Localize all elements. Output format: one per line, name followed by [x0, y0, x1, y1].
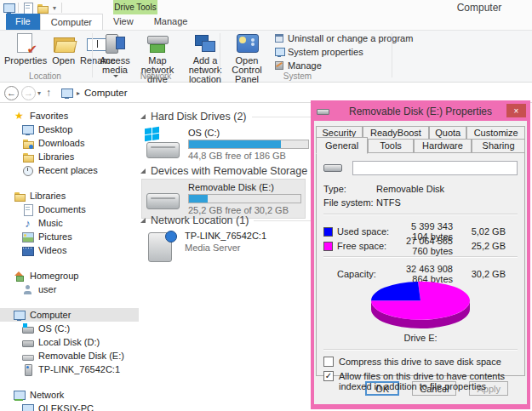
- uninstall-icon: [274, 33, 284, 43]
- location-group-label: Location: [0, 71, 90, 82]
- sidebar-section-network[interactable]: Network: [0, 388, 139, 402]
- sidebar-item-desktop[interactable]: Desktop: [0, 123, 139, 136]
- music-note-icon: ♪: [22, 218, 33, 229]
- sidebar-item-pictures[interactable]: Pictures: [0, 230, 139, 243]
- open-folder-icon: [53, 33, 75, 54]
- computer-icon: [14, 310, 25, 321]
- sidebar-section-homegroup[interactable]: Homegroup: [0, 269, 139, 283]
- back-button[interactable]: ←: [4, 86, 19, 100]
- computer-icon: [3, 3, 14, 14]
- tab-sharing[interactable]: Sharing: [472, 139, 525, 153]
- group-collapse-icon[interactable]: [140, 114, 146, 119]
- sidebar-item-tp-link[interactable]: TP-LINK_76542C:1: [0, 362, 139, 376]
- divider: [61, 3, 62, 13]
- tab-view[interactable]: View: [103, 14, 144, 30]
- used-space-label: Used space:: [337, 226, 398, 237]
- group-collapse-icon[interactable]: [140, 218, 146, 223]
- dialog-title: Removable Disk (E:) Properties: [314, 106, 527, 117]
- dialog-body: Security ReadyBoost Quota Customize Gene…: [314, 121, 527, 402]
- group-divider: [220, 33, 220, 77]
- properties-icon: ✔: [14, 33, 37, 54]
- sidebar-section-computer[interactable]: Computer: [0, 308, 139, 322]
- sidebar-item-removable-disk-e[interactable]: Removable Disk (E:): [0, 349, 139, 362]
- star-icon: ★: [14, 111, 25, 122]
- device-name: TP-LINK_76542C:1: [185, 231, 306, 241]
- control-panel-icon: [236, 33, 258, 54]
- add-network-location-icon: [194, 33, 216, 54]
- sidebar-item-user[interactable]: user: [0, 283, 139, 296]
- sidebar-item-oleksiy-pc[interactable]: OLEKSIY-PC: [0, 402, 139, 411]
- sidebar-section-favorites[interactable]: ★ Favorites: [0, 109, 139, 123]
- free-space-bytes: 27 064 565 760 bytes: [398, 236, 453, 256]
- sidebar-item-libraries[interactable]: Libraries: [0, 150, 139, 163]
- free-space-text: 44,8 GB free of 186 GB: [188, 151, 309, 161]
- device-type: Media Server: [185, 243, 306, 253]
- close-button[interactable]: ×: [506, 104, 526, 117]
- drive-icon: [323, 164, 342, 172]
- drive-item-removable-e[interactable]: Removable Disk (E:) 25,2 GB free of 30,2…: [141, 179, 306, 219]
- checkbox-checked[interactable]: ✓: [323, 371, 334, 381]
- sidebar-item-local-disk-d[interactable]: Local Disk (D:): [0, 335, 139, 349]
- free-space-label: Free space:: [337, 241, 398, 251]
- drive-tools-contextual-header: Drive Tools: [113, 0, 157, 14]
- sidebar-section-libraries[interactable]: Libraries: [0, 189, 139, 203]
- tab-hardware[interactable]: Hardware: [414, 139, 472, 153]
- system-properties-icon: [274, 47, 284, 57]
- tab-file[interactable]: File: [6, 14, 40, 30]
- sidebar-item-downloads[interactable]: Downloads: [0, 136, 139, 150]
- network-item-tp-link[interactable]: TP-LINK_76542C:1 Media Server: [142, 228, 308, 265]
- sidebar-item-os-c[interactable]: OS (C:): [0, 322, 139, 335]
- check-glyph-icon: ✔: [26, 43, 37, 55]
- tab-tools[interactable]: Tools: [368, 139, 414, 153]
- sidebar-item-recent-places[interactable]: Recent places: [0, 163, 139, 177]
- group-collapse-icon[interactable]: [140, 168, 146, 174]
- dialog-title-bar[interactable]: Removable Disk (E:) Properties ×: [314, 104, 527, 121]
- folder-qat-icon[interactable]: [37, 3, 48, 14]
- access-media-icon: [104, 33, 126, 54]
- compress-checkbox-row[interactable]: Compress this drive to save disk space: [323, 357, 518, 367]
- pie-svg: [364, 280, 477, 329]
- volume-label-input[interactable]: [352, 161, 518, 175]
- sidebar-item-documents[interactable]: Documents: [0, 203, 139, 216]
- tab-computer[interactable]: Computer: [40, 14, 103, 30]
- capacity-size: 30,2 GB: [453, 269, 506, 279]
- qat-customize-caret-icon[interactable]: ▾: [53, 4, 56, 12]
- up-button[interactable]: ↑: [46, 87, 51, 99]
- breadcrumb[interactable]: ▸ Computer: [61, 88, 128, 99]
- ribbon-tab-row: File Computer View Manage: [0, 14, 532, 31]
- media-server-icon: [145, 231, 179, 263]
- manage-icon: [274, 60, 284, 71]
- properties-button[interactable]: ✔ Properties: [2, 32, 49, 66]
- properties-qat-icon[interactable]: [22, 3, 33, 14]
- usage-pie-chart: Drive E:: [322, 280, 519, 343]
- general-tab-panel: Type: Removable Disk File system: NTFS U…: [316, 152, 525, 376]
- sidebar-item-music[interactable]: ♪ Music: [0, 216, 139, 230]
- navigation-pane: ★ Favorites Desktop Downloads Libraries …: [0, 103, 139, 411]
- separator: [323, 214, 518, 215]
- separator: [323, 349, 518, 351]
- quick-access-toolbar: ▾: [3, 2, 62, 14]
- system-group-label: System: [223, 71, 372, 82]
- forward-button[interactable]: →: [21, 86, 36, 100]
- desktop-icon: [22, 124, 33, 135]
- tab-manage[interactable]: Manage: [144, 14, 198, 30]
- folder-icon: [22, 151, 33, 163]
- index-checkbox-label: Allow files on this drive to have conten…: [339, 371, 518, 391]
- type-value: Removable Disk: [376, 184, 444, 194]
- tab-general[interactable]: General: [316, 137, 368, 154]
- recent-places-icon: [22, 165, 33, 176]
- os-drive-icon: [22, 323, 33, 334]
- group-divider: [392, 33, 392, 77]
- compress-checkbox-label: Compress this drive to save disk space: [339, 357, 501, 367]
- libraries-icon: [14, 191, 25, 202]
- checkbox-unchecked[interactable]: [323, 357, 334, 367]
- sidebar-item-videos[interactable]: Videos: [0, 243, 139, 257]
- open-button[interactable]: Open: [49, 32, 77, 66]
- disk-drive-icon: [22, 337, 33, 348]
- user-icon: [22, 284, 33, 295]
- pie-caption: Drive E:: [322, 333, 519, 343]
- drive-item-os-c[interactable]: OS (C:) 44,8 GB free of 186 GB: [142, 125, 312, 163]
- used-space-size: 5,02 GB: [453, 226, 506, 237]
- index-checkbox-row[interactable]: ✓ Allow files on this drive to have cont…: [323, 371, 518, 391]
- recent-locations-caret-icon[interactable]: ▾: [37, 89, 41, 97]
